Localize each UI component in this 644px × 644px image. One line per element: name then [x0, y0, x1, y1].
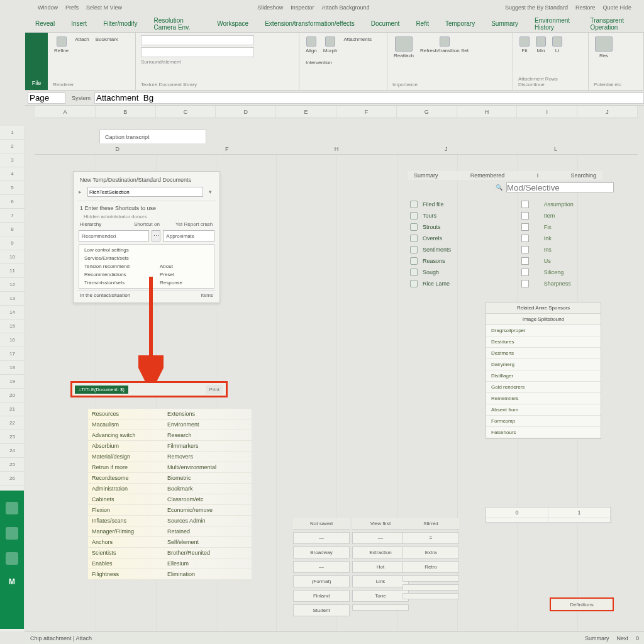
row-number[interactable]: 15 — [0, 319, 25, 333]
row-number[interactable]: 17 — [0, 347, 25, 361]
ribbon-button[interactable]: Reattach — [392, 35, 415, 60]
ribbon-button[interactable]: Refresh/transition Set — [419, 35, 470, 55]
menu-item[interactable]: Prefs — [65, 4, 79, 11]
app-icon[interactable]: M — [9, 577, 15, 586]
ribbon-button[interactable]: Res — [594, 35, 614, 60]
col-header[interactable]: G — [397, 106, 457, 118]
row-number[interactable]: 10 — [0, 250, 25, 264]
row-number[interactable]: 6 — [0, 195, 25, 209]
col-header[interactable]: D — [216, 106, 276, 118]
menu-item[interactable]: Restore — [575, 4, 596, 11]
mapping-row[interactable]: Formcomp — [486, 416, 601, 427]
menu-item[interactable]: Quote Hide — [602, 4, 631, 11]
row-number[interactable]: 7 — [0, 209, 25, 223]
ribbon-button[interactable]: Bookmark — [94, 35, 119, 43]
tab[interactable]: Summary — [487, 18, 522, 30]
definitions-button[interactable]: Definitions — [550, 597, 614, 611]
ribbon-button[interactable]: Morph — [322, 35, 339, 55]
menu-item[interactable]: Inspector — [291, 4, 314, 11]
option-item[interactable]: Tension recommendAbout — [80, 262, 213, 270]
mapping-row[interactable]: Distillager — [486, 370, 601, 382]
ribbon-button[interactable]: Refine — [53, 35, 70, 55]
tab[interactable]: Environment History — [531, 14, 577, 33]
row-number[interactable]: 23 — [0, 430, 25, 444]
field-item[interactable]: SentimentsIns — [408, 244, 602, 255]
row-number[interactable]: 1 — [0, 126, 25, 140]
row-number[interactable]: 16 — [0, 333, 25, 347]
mapping-row[interactable]: Dairymerg — [486, 359, 601, 370]
group-button[interactable] — [402, 575, 459, 582]
field-item[interactable]: Filed fileAssumption — [408, 199, 602, 210]
row-number[interactable]: 19 — [0, 375, 25, 389]
field-item[interactable]: ReasonsUs — [408, 255, 602, 267]
checkbox[interactable] — [521, 257, 529, 265]
col-header[interactable]: H — [457, 106, 518, 118]
group-button[interactable] — [402, 584, 459, 591]
group-button[interactable]: (Format) — [293, 575, 350, 587]
group-button[interactable]: Extraction — [352, 547, 409, 558]
group-button[interactable]: Student — [293, 604, 350, 616]
group-button[interactable] — [352, 604, 409, 611]
field-item[interactable]: StroutsFix — [408, 221, 602, 233]
tab[interactable]: Transparent Operation — [586, 14, 638, 33]
tab[interactable]: Extension/transformation/effects — [261, 18, 358, 30]
mapping-row[interactable]: Falsehours — [486, 427, 601, 438]
row-number[interactable]: 4 — [0, 167, 25, 181]
ribbon-button[interactable]: Attach — [74, 35, 91, 43]
field-item[interactable]: SoughSiliceng — [408, 267, 602, 278]
file-button[interactable]: File — [25, 33, 48, 90]
field-item[interactable]: ToursItem — [408, 210, 602, 221]
group-button[interactable]: Hot — [352, 561, 409, 573]
tab[interactable]: Document — [367, 18, 404, 30]
row-number[interactable]: 9 — [0, 236, 25, 250]
app-icon[interactable] — [6, 552, 18, 565]
row-number[interactable]: 11 — [0, 264, 25, 278]
row-number[interactable]: 18 — [0, 361, 25, 375]
dropdown[interactable]: Approximate — [163, 230, 214, 242]
group-button[interactable] — [402, 593, 459, 599]
checkbox[interactable] — [521, 246, 529, 253]
row-number[interactable]: 5 — [0, 181, 25, 195]
row-number[interactable]: 20 — [0, 389, 25, 402]
tab[interactable]: Resolution Camera Env. — [150, 14, 205, 33]
ribbon-button[interactable]: Intervention — [304, 58, 333, 67]
ribbon-button[interactable]: Fit — [518, 35, 531, 55]
ribbon-textbox[interactable] — [141, 35, 254, 45]
row-number[interactable]: 22 — [0, 416, 25, 430]
row-number[interactable]: 14 — [0, 306, 25, 319]
sheet-tab[interactable]: Caption transcript — [99, 130, 206, 143]
checkbox[interactable] — [521, 201, 529, 208]
group-button[interactable]: Tone — [352, 590, 409, 602]
row-number[interactable]: 2 — [0, 140, 25, 153]
name-box[interactable] — [28, 92, 65, 104]
picker-icon[interactable]: ⋯ — [152, 230, 160, 242]
ribbon-button[interactable]: Lt — [551, 35, 564, 55]
mapping-row[interactable]: Absent from — [486, 404, 601, 416]
ribbon-button[interactable]: Attachments — [342, 35, 372, 43]
menu-item[interactable]: Slideshow — [257, 4, 283, 11]
field-item[interactable]: Rice LameSharpness — [408, 278, 602, 289]
group-button[interactable]: Link — [352, 575, 409, 587]
row-number[interactable]: 12 — [0, 278, 25, 292]
col-header[interactable]: B — [96, 106, 156, 118]
group-button[interactable]: — — [293, 532, 350, 544]
tab[interactable]: Refit — [412, 18, 433, 30]
group-button[interactable]: Broadway — [293, 547, 350, 558]
col-header[interactable]: J — [577, 106, 638, 118]
group-button[interactable]: ≡ — [402, 532, 459, 544]
dropdown[interactable]: Recommended — [79, 230, 149, 242]
row-number[interactable]: 24 — [0, 444, 25, 458]
group-button[interactable]: — — [293, 561, 350, 573]
tab[interactable]: Filter/modify — [99, 18, 141, 30]
dropdown-icon[interactable]: ▾ — [206, 189, 214, 195]
dialog-input[interactable] — [87, 187, 203, 197]
mapping-row[interactable]: Destdures — [486, 336, 601, 348]
group-button[interactable]: — — [352, 532, 409, 544]
ribbon-button[interactable]: Align — [304, 35, 318, 55]
mapping-row[interactable]: Gold renderers — [486, 382, 601, 393]
row-number[interactable]: 13 — [0, 292, 25, 306]
ribbon-button[interactable]: Min — [535, 35, 547, 55]
ribbon-textbox[interactable] — [141, 47, 254, 57]
checkbox[interactable] — [521, 235, 529, 242]
menu-item[interactable]: Select M View — [86, 4, 122, 11]
